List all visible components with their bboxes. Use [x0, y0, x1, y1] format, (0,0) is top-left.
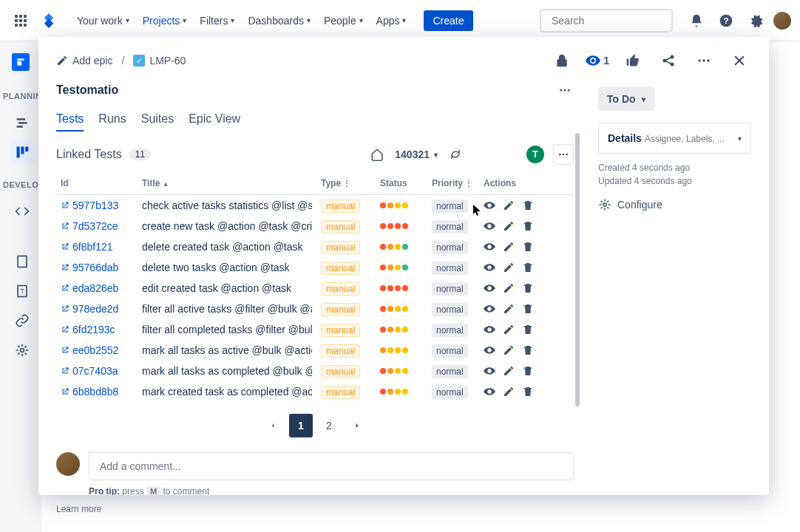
issue-key-link[interactable]: ✓ LMP-60	[133, 55, 186, 66]
pages-item[interactable]	[10, 250, 34, 273]
delete-action[interactable]	[522, 324, 534, 335]
nav-apps[interactable]: Apps▾	[370, 9, 413, 33]
test-id-link[interactable]: ee0b2552	[61, 344, 133, 356]
code-item[interactable]	[10, 200, 34, 223]
home-button[interactable]	[368, 146, 386, 163]
delete-action[interactable]	[522, 220, 534, 232]
view-action[interactable]	[484, 200, 495, 211]
nav-your-work[interactable]: Your work▾	[71, 9, 135, 33]
search-box[interactable]	[540, 9, 673, 33]
delete-action[interactable]	[522, 200, 534, 211]
branch-selector[interactable]: 140321 ▾	[395, 149, 438, 160]
add-epic-button[interactable]: Add epic	[56, 55, 112, 66]
nav-projects[interactable]: Projects▾	[137, 9, 193, 33]
view-action[interactable]	[484, 344, 495, 356]
view-action[interactable]	[484, 241, 495, 253]
delete-action[interactable]	[522, 241, 534, 253]
tab-epic-view[interactable]: Epic View	[189, 108, 240, 132]
test-id-link[interactable]: 5977b133	[61, 200, 133, 211]
edit-action[interactable]	[503, 303, 515, 315]
col-id[interactable]: Id	[56, 172, 138, 195]
test-id-link[interactable]: 7d5372ce	[61, 220, 133, 232]
edit-action[interactable]	[503, 262, 515, 273]
page-1-button[interactable]: 1	[289, 414, 313, 437]
col-status[interactable]: Status	[376, 172, 427, 195]
profile-avatar[interactable]	[773, 12, 791, 30]
view-action[interactable]	[484, 282, 495, 294]
vote-button[interactable]	[621, 49, 645, 72]
configure-link[interactable]: Configure	[598, 198, 751, 211]
board-item[interactable]	[10, 140, 34, 164]
svg-point-21	[702, 59, 705, 61]
view-action[interactable]	[484, 262, 495, 273]
tab-runs[interactable]: Runs	[98, 108, 126, 132]
details-panel[interactable]: DetailsAssignee, Labels, ... ▾	[598, 123, 751, 154]
settings-item[interactable]	[10, 338, 34, 362]
share-button[interactable]	[657, 49, 680, 72]
edit-action[interactable]	[503, 220, 515, 232]
shortcut-item[interactable]: T	[10, 279, 34, 303]
roadmap-item[interactable]	[10, 111, 34, 134]
jira-logo[interactable]	[40, 12, 58, 30]
edit-action[interactable]	[503, 324, 515, 335]
watchers-button[interactable]: 1	[586, 53, 609, 68]
view-action[interactable]	[484, 386, 495, 398]
create-button[interactable]: Create	[424, 10, 472, 31]
delete-action[interactable]	[522, 386, 534, 398]
test-id-link[interactable]: 6f8bf121	[61, 241, 133, 253]
page-2-button[interactable]: 2	[317, 414, 341, 437]
test-id-link[interactable]: 6b8bd8b8	[61, 386, 133, 398]
delete-action[interactable]	[522, 365, 534, 377]
tab-suites[interactable]: Suites	[141, 108, 174, 132]
app-more-button[interactable]	[556, 81, 574, 99]
add-item[interactable]	[10, 309, 34, 332]
user-chip[interactable]: T	[526, 146, 544, 163]
delete-action[interactable]	[522, 262, 534, 273]
test-id-link[interactable]: eda826eb	[61, 282, 133, 294]
nav-dashboards[interactable]: Dashboards▾	[242, 9, 316, 33]
col-type[interactable]: Type ⋮	[316, 172, 376, 195]
prev-page-button[interactable]	[261, 414, 285, 437]
view-action[interactable]	[484, 220, 495, 232]
delete-action[interactable]	[522, 282, 534, 294]
edit-action[interactable]	[503, 241, 515, 253]
view-action[interactable]	[484, 303, 495, 315]
nav-filters[interactable]: Filters▾	[194, 9, 240, 33]
settings-button[interactable]	[744, 9, 767, 33]
comment-input[interactable]: Add a comment...	[89, 452, 574, 480]
view-action[interactable]	[484, 324, 495, 335]
scroll-thumb[interactable]	[575, 133, 580, 406]
tab-tests[interactable]: Tests	[56, 108, 84, 132]
edit-action[interactable]	[503, 365, 515, 377]
search-input[interactable]	[552, 15, 681, 27]
development-label: DEVELOPMENT	[0, 180, 38, 189]
test-id-link[interactable]: 07c7403a	[61, 365, 133, 377]
col-title[interactable]: Title ▲	[138, 172, 316, 195]
status-dropdown[interactable]: To Do ▾	[598, 87, 654, 111]
edit-action[interactable]	[503, 282, 515, 294]
notifications-button[interactable]	[685, 9, 708, 33]
table-more-button[interactable]	[553, 144, 574, 165]
refresh-button[interactable]	[447, 146, 464, 163]
more-actions-button[interactable]	[692, 49, 716, 72]
test-id-link[interactable]: 6fd2193c	[61, 324, 133, 335]
view-action[interactable]	[484, 365, 495, 377]
test-id-link[interactable]: 978ede2d	[61, 303, 133, 315]
nav-people[interactable]: People▾	[318, 9, 369, 33]
close-button[interactable]	[728, 49, 751, 72]
lock-button[interactable]	[550, 49, 574, 72]
app-switcher-button[interactable]	[9, 9, 33, 33]
delete-action[interactable]	[522, 344, 534, 356]
scrollbar[interactable]	[575, 126, 581, 480]
learn-more-link[interactable]: Learn more	[47, 501, 197, 517]
delete-action[interactable]	[522, 303, 534, 315]
edit-action[interactable]	[503, 200, 515, 211]
table-row: 7d5372ce create new task @action @task @…	[56, 216, 574, 236]
project-icon[interactable]	[12, 53, 30, 71]
test-id-link[interactable]: 95766dab	[61, 262, 133, 273]
help-button[interactable]: ?	[714, 9, 738, 33]
col-priority[interactable]: Priority ⋮	[427, 172, 479, 195]
edit-action[interactable]	[503, 386, 515, 398]
edit-action[interactable]	[503, 344, 515, 356]
next-page-button[interactable]	[345, 414, 369, 437]
